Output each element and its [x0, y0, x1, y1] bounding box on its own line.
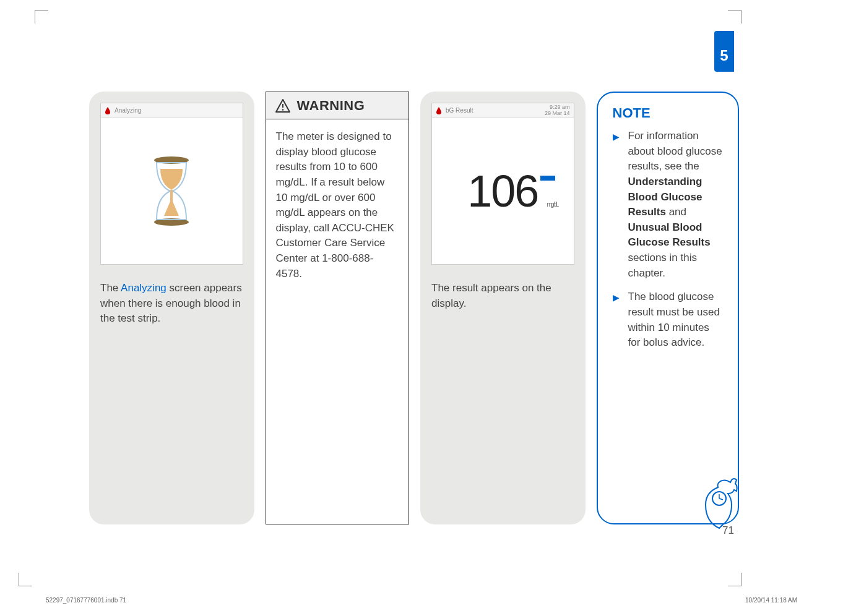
note-text: The blood glucose result must be used wi… [628, 289, 724, 351]
warning-box: WARNING The meter is designed to display… [266, 92, 410, 524]
trend-indicator-icon [540, 176, 555, 181]
device-screen-result: bG Result 9:29 am 29 Mar 14 106 mg/dL [431, 103, 574, 265]
bullet-icon: ▶ [613, 130, 620, 281]
note-list: ▶ For information about blood glucose re… [613, 129, 724, 351]
device-screen-analyzing: Analyzing [100, 103, 243, 265]
bullet-icon: ▶ [613, 291, 620, 351]
hourglass-icon [147, 154, 196, 228]
chapter-marker: 5 [714, 31, 734, 72]
crop-mark [35, 10, 48, 24]
column-analyzing: Analyzing The Analyzing screen appears w… [89, 92, 254, 524]
note-title: NOTE [613, 105, 724, 121]
crop-mark [728, 10, 741, 24]
footer-timestamp: 10/20/14 11:18 AM [745, 597, 797, 604]
device-header-label: bG Result [446, 107, 473, 114]
device-header: bG Result 9:29 am 29 Mar 14 [432, 103, 574, 118]
svg-point-4 [282, 109, 283, 111]
page-content: Analyzing The Analyzing screen appears w… [89, 92, 739, 524]
device-header-label: Analyzing [115, 107, 141, 114]
device-header-datetime: 9:29 am 29 Mar 14 [545, 105, 570, 117]
column-note: NOTE ▶ For information about blood gluco… [597, 92, 740, 524]
warning-triangle-icon [275, 98, 291, 113]
crop-mark [19, 573, 32, 586]
caption-result: The result appears on the display. [431, 281, 574, 311]
blood-drop-icon [105, 107, 111, 114]
result-value: 106 mg/dL [467, 166, 538, 216]
svg-line-7 [719, 498, 723, 500]
blood-drop-icon [436, 107, 442, 114]
device-header: Analyzing [101, 103, 243, 118]
crop-mark [728, 573, 741, 586]
chapter-number: 5 [720, 47, 728, 64]
note-text: For information about blood glucose resu… [628, 129, 724, 281]
note-box: NOTE ▶ For information about blood gluco… [597, 92, 740, 524]
warning-title: WARNING [297, 98, 365, 114]
wrist-watch-icon [701, 474, 744, 529]
column-result: bG Result 9:29 am 29 Mar 14 106 mg/dL Th… [420, 92, 586, 524]
page-number: 71 [722, 524, 734, 537]
caption-analyzing: The Analyzing screen appears when there … [100, 281, 243, 327]
footer: 52297_07167776001.indb 71 10/20/14 11:18… [46, 597, 797, 604]
device-body [101, 118, 243, 264]
note-item: ▶ The blood glucose result must be used … [613, 289, 724, 351]
svg-rect-2 [170, 190, 173, 202]
warning-header: WARNING [266, 92, 409, 119]
warning-body: The meter is designed to display blood g… [266, 119, 409, 524]
result-unit: mg/dL [547, 201, 558, 208]
note-item: ▶ For information about blood glucose re… [613, 129, 724, 281]
device-body: 106 mg/dL [432, 118, 574, 264]
footer-file: 52297_07167776001.indb 71 [46, 597, 126, 604]
